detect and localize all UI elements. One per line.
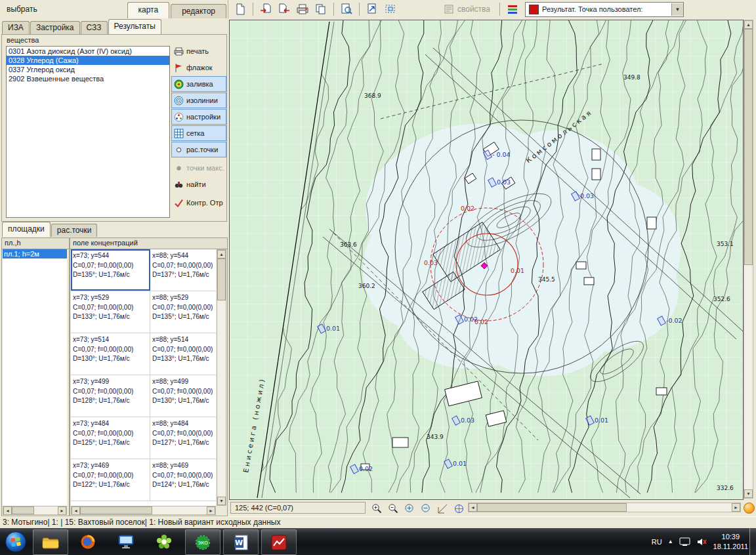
scroll-down-icon[interactable]: ▼	[744, 489, 753, 498]
zoom-toolbar	[369, 501, 467, 516]
conc-cell[interactable]: x=88; y=514C=0,07; f=0,00(0,00)D=133°; U…	[150, 333, 216, 375]
zoom-plus-icon[interactable]	[402, 501, 417, 516]
conc-vscrollbar[interactable]: ▲ ▼	[217, 249, 226, 506]
taskbar-clock[interactable]: 10:39 18.11.2011	[713, 532, 748, 552]
properties-button[interactable]: свойства	[438, 4, 495, 14]
taskbar-app-word[interactable]: W	[223, 529, 259, 555]
scroll-thumb[interactable]	[80, 506, 152, 514]
taskbar-app-firefox[interactable]	[71, 529, 105, 554]
conc-cell[interactable]: x=88; y=499C=0,07; f=0,00(0,00)D=130°; U…	[150, 375, 216, 417]
scroll-thumb[interactable]	[12, 506, 34, 514]
substance-item[interactable]: 0328 Углерод (Сажа)	[7, 56, 169, 65]
grid-button[interactable]: сетка	[171, 125, 226, 141]
zoom-out-icon[interactable]	[386, 501, 401, 516]
export-doc-icon[interactable]	[276, 1, 293, 18]
scroll-right-icon[interactable]: ►	[58, 506, 66, 515]
scroll-left-icon[interactable]: ◄	[469, 503, 477, 512]
substance-item[interactable]: 0301 Азота диоксид (Азот (IV) оксид)	[7, 47, 169, 56]
scroll-up-icon[interactable]: ▲	[217, 250, 226, 258]
tab-zastroyka[interactable]: Застройка	[30, 21, 80, 34]
scroll-left-icon[interactable]: ◄	[3, 506, 12, 515]
conc-cell[interactable]: x=88; y=544C=0,07; f=0,00(0,00)D=137°; U…	[150, 249, 216, 291]
map-hscrollbar[interactable]: ◄ ►	[468, 503, 741, 512]
zoom-in-icon[interactable]	[369, 501, 385, 516]
start-button[interactable]	[2, 528, 29, 555]
conc-cell[interactable]: x=73; y=529C=0,07; f=0,00(0,00)D=133°; U…	[71, 291, 150, 333]
settings-button[interactable]: настройки	[171, 109, 226, 125]
map-corner-button[interactable]	[744, 503, 755, 514]
settings-icon	[174, 112, 184, 122]
scroll-thumb[interactable]	[217, 258, 226, 300]
tool-label: найти	[186, 180, 206, 188]
contour-cut-button[interactable]: Контр. Отр	[171, 195, 226, 211]
svg-text:0.03: 0.03	[461, 417, 474, 424]
conc-hscrollbar[interactable]: ◄ ►	[71, 506, 216, 515]
max-points-button[interactable]: точки макс.	[171, 160, 226, 176]
print-map-button[interactable]: печать	[171, 43, 226, 59]
taskbar-app-remote-viewer[interactable]	[109, 529, 143, 554]
tab-map[interactable]: карта	[127, 2, 170, 18]
copy-icon[interactable]	[312, 1, 329, 18]
language-indicator[interactable]: RU	[652, 538, 662, 546]
tray-expand-icon[interactable]: ▲	[668, 539, 673, 545]
pan-compass-icon[interactable]	[452, 501, 467, 516]
scroll-up-icon[interactable]: ▲	[744, 20, 753, 29]
left-tabs: ИЗА Застройка СЗЗ Результаты	[2, 20, 162, 34]
calc-points-button[interactable]: рас.точки	[171, 142, 226, 157]
taskbar-app-icq[interactable]	[147, 529, 181, 554]
tab-calc-points[interactable]: рас.точки	[51, 224, 98, 237]
substances-list[interactable]: 0301 Азота диоксид (Азот (IV) оксид)0328…	[6, 46, 170, 218]
scroll-right-icon[interactable]: ►	[207, 506, 215, 515]
frame-icon[interactable]	[382, 1, 399, 18]
measure-icon[interactable]	[435, 501, 450, 516]
taskbar-app-eco[interactable]: ЭКО	[185, 529, 220, 555]
conc-cell[interactable]: x=73; y=499C=0,07; f=0,00(0,00)D=128°; U…	[71, 375, 150, 417]
conc-cell[interactable]: x=88; y=529C=0,07; f=0,00(0,00)D=135°; U…	[150, 291, 216, 333]
zoom-minus-icon[interactable]	[419, 501, 434, 516]
scroll-down-icon[interactable]: ▼	[217, 497, 226, 505]
import-doc-icon[interactable]	[257, 1, 274, 18]
print-icon[interactable]	[294, 1, 311, 18]
new-doc-icon[interactable]	[232, 1, 249, 18]
conc-cell[interactable]: x=73; y=484C=0,07; f=0,00(0,00)D=125°; U…	[71, 417, 150, 459]
map-canvas[interactable]: 368.9349.8363.6360.2345.5343.9352.6353.1…	[229, 20, 744, 500]
result-type-dropdown[interactable]: Результат. Точка пользовател: ▼	[525, 2, 684, 17]
tab-editor[interactable]: редактор	[171, 4, 226, 18]
scroll-thumb[interactable]	[477, 503, 627, 512]
preview-icon[interactable]	[338, 1, 355, 18]
substance-item[interactable]: 0337 Углерод оксид	[7, 65, 169, 74]
flag-button[interactable]: флажок	[171, 60, 226, 75]
find-button[interactable]: найти	[171, 176, 226, 192]
tab-iza[interactable]: ИЗА	[2, 21, 30, 34]
substance-item[interactable]: 2902 Взвешенные вещества	[7, 74, 169, 83]
scroll-thumb[interactable]	[744, 29, 753, 265]
scroll-right-icon[interactable]: ►	[732, 503, 740, 512]
conc-cell[interactable]: x=88; y=469C=0,07; f=0,00(0,00)D=124°; U…	[150, 459, 216, 501]
conc-row: x=73; y=484C=0,07; f=0,00(0,00)D=125°; U…	[71, 417, 216, 459]
show-desktop-button[interactable]	[749, 528, 756, 555]
conc-cell[interactable]: x=88; y=484C=0,07; f=0,00(0,00)D=127°; U…	[150, 417, 216, 459]
conc-cell[interactable]: x=73; y=469C=0,07; f=0,00(0,00)D=122°; U…	[71, 459, 150, 501]
taskbar-app-explorer[interactable]	[33, 529, 68, 555]
isolines-button[interactable]: изолинии	[171, 92, 226, 108]
sites-list[interactable]: пл.1; h=2м	[3, 249, 67, 506]
tray-display-icon[interactable]	[679, 537, 690, 546]
chevron-down-icon[interactable]: ▼	[671, 3, 683, 16]
report-icon[interactable]	[364, 1, 381, 18]
tab-results[interactable]: Результаты	[108, 19, 161, 34]
fill-button[interactable]: заливка	[171, 76, 226, 92]
svg-text:345.5: 345.5	[538, 276, 555, 283]
conc-cell[interactable]: x=73; y=544C=0,07; f=0,00(0,00)D=135°; U…	[71, 249, 150, 291]
sites-hscrollbar[interactable]: ◄ ►	[3, 506, 67, 515]
conc-cell[interactable]: x=73; y=514C=0,07; f=0,00(0,00)D=130°; U…	[71, 333, 150, 375]
tab-szz[interactable]: СЗЗ	[81, 21, 108, 34]
scroll-left-icon[interactable]: ◄	[72, 506, 80, 515]
taskbar-app-surfer[interactable]	[261, 529, 297, 555]
select-menu[interactable]: выбрать	[0, 1, 44, 17]
map-vscrollbar[interactable]: ▲ ▼	[744, 20, 753, 499]
conc-table[interactable]: x=73; y=544C=0,07; f=0,00(0,00)D=135°; U…	[71, 249, 216, 506]
tray-volume-muted-icon[interactable]	[696, 537, 707, 546]
site-item[interactable]: пл.1; h=2м	[3, 249, 67, 258]
tab-sites[interactable]: площадки	[2, 222, 51, 237]
layers-icon[interactable]	[504, 1, 521, 18]
